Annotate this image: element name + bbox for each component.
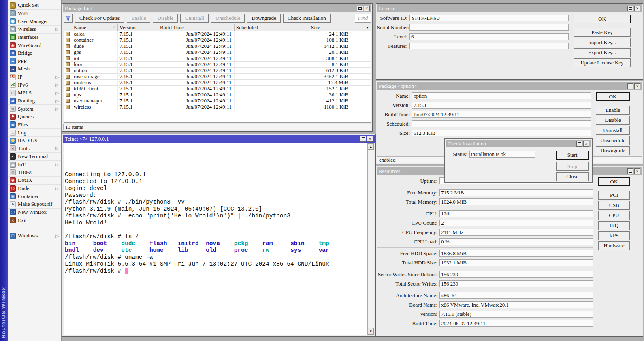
sidebar-item[interactable]: ☻ User Manager ▷ — [8, 17, 61, 26]
action-button[interactable]: CPU — [598, 211, 630, 220]
package-row[interactable]: iot 7.15.1 Jun/07/2024 12:49:11 388.1 Ki… — [64, 55, 371, 62]
field-input[interactable]: 1836.8 MiB — [439, 250, 593, 257]
sidebar-item[interactable]: × Tools ▷ — [8, 145, 61, 153]
sidebar-item[interactable]: ▣ Files ▷ — [8, 121, 61, 129]
action-button[interactable]: USB — [598, 201, 630, 210]
sidebar-item[interactable]: v6 IPv6 ▷ — [8, 81, 61, 89]
action-button[interactable]: Unschedule — [596, 136, 630, 145]
action-button[interactable]: Paste Key — [574, 28, 631, 37]
package-row[interactable]: gps 7.15.1 Jun/07/2024 12:49:11 20.1 KiB — [64, 49, 371, 55]
action-button[interactable]: OK — [596, 92, 630, 101]
package-row[interactable]: tr069-client 7.15.1 Jun/07/2024 12:49:11… — [64, 86, 371, 92]
sidebar-item[interactable]: ⚙ System ▷ — [8, 105, 61, 113]
toolbar-button[interactable]: Disable — [153, 14, 178, 23]
column-header-build-time[interactable]: Build Time — [158, 24, 235, 31]
action-button[interactable]: Import Key... — [574, 38, 631, 47]
package-list-titlebar[interactable]: Package List × — [63, 4, 371, 12]
field-input[interactable]: 156 239 — [439, 271, 593, 278]
sidebar-item[interactable]: Ψ Wireless ▷ — [8, 26, 61, 34]
close-button[interactable]: × — [634, 6, 640, 11]
maximize-button[interactable] — [627, 168, 633, 174]
package-row[interactable]: user-manager 7.15.1 Jun/07/2024 12:49:11… — [64, 98, 371, 104]
field-input[interactable]: 7.15.1 — [412, 102, 591, 109]
field-input[interactable]: 2024-06-07 12:49:11 — [439, 320, 593, 327]
license-titlebar[interactable]: License × — [377, 4, 642, 12]
toolbar-button[interactable]: Unschedule — [211, 14, 245, 23]
sidebar-item[interactable]: ⚙ TR069 ▷ — [8, 168, 61, 177]
sidebar-item[interactable]: ○ MPLS ▷ — [8, 89, 61, 97]
package-row[interactable]: rose-storage 7.15.1 Jun/07/2024 12:49:11… — [64, 74, 371, 80]
column-header-version[interactable]: Version — [118, 24, 158, 31]
close-button[interactable]: × — [634, 168, 640, 174]
action-button[interactable]: Enable — [596, 106, 630, 115]
action-button[interactable]: Start — [556, 151, 589, 160]
field-input[interactable]: x86 VMware, Inc. VMware20,1 — [439, 301, 593, 308]
action-button[interactable]: RPS — [598, 231, 630, 240]
sidebar-item[interactable]: ☺ Dude ▷ — [8, 185, 61, 193]
sidebar-item[interactable]: ☻ RADIUS ▷ — [8, 137, 61, 145]
toolbar-button[interactable]: Enable — [127, 14, 150, 23]
sidebar-item[interactable]: >_ New Terminal ▷ — [8, 153, 61, 161]
field-input[interactable]: Jun/07/2024 12:49:11 — [412, 111, 591, 118]
maximize-button[interactable] — [627, 6, 633, 11]
sidebar-item[interactable]: ◠ WiFi ▷ — [8, 10, 61, 18]
field-input[interactable]: 2111 MHz — [439, 229, 593, 236]
scroll-down-icon[interactable]: ▼ — [368, 328, 374, 335]
sidebar-item[interactable]: ☁ IoT ▷ — [8, 161, 61, 169]
action-button[interactable]: Update License Key — [574, 58, 631, 67]
maximize-button[interactable] — [627, 83, 633, 89]
sidebar-item[interactable]: ∴ Mesh ▷ — [8, 65, 61, 73]
telnet-titlebar[interactable]: Telnet <7> 127.0.0.1 × — [63, 135, 375, 143]
sidebar-item[interactable]: ◉ Dot1X ▷ — [8, 177, 61, 185]
status-value[interactable]: installation is ok — [469, 151, 535, 158]
field-input[interactable]: 715.2 MiB — [439, 189, 593, 196]
sidebar-item[interactable]: ≡ Log ▷ — [8, 129, 61, 137]
scroll-up-icon[interactable]: ▲ — [368, 143, 374, 150]
field-input[interactable]: 6 — [409, 33, 569, 40]
column-dropdown-button[interactable]: ▼ — [364, 24, 371, 31]
package-row[interactable]: routeros 7.15.1 Jun/07/2024 12:49:11 17.… — [64, 80, 371, 86]
terminal-output[interactable]: Connecting to 127.0.0.1Connected to 127.… — [64, 143, 367, 335]
field-input[interactable]: 12th — [439, 210, 593, 217]
icon-column-header[interactable] — [64, 24, 72, 31]
filter-button[interactable] — [64, 14, 73, 23]
sidebar-item[interactable]: ▦ Interfaces ▷ — [8, 34, 61, 42]
close-button[interactable]: × — [364, 6, 370, 11]
close-button[interactable]: × — [634, 83, 640, 89]
package-row[interactable]: container 7.15.1 Jun/07/2024 12:49:11 10… — [64, 37, 371, 43]
package-row[interactable]: ups 7.15.1 Jun/07/2024 12:49:11 36.1 KiB — [64, 92, 371, 98]
maximize-button[interactable] — [576, 141, 582, 147]
action-button[interactable]: Uninstall — [596, 126, 630, 135]
toolbar-button[interactable]: Uninstall — [180, 14, 209, 23]
find-input[interactable]: Find — [355, 14, 371, 23]
column-header-name[interactable]: Name / — [72, 24, 118, 31]
close-button[interactable]: × — [583, 141, 589, 147]
sidebar-item[interactable]: ⚑ Queues ▷ — [8, 113, 61, 121]
field-input[interactable]: option — [412, 92, 591, 99]
package-row[interactable]: option 7.15.1 Jun/07/2024 12:49:11 612.3… — [64, 68, 371, 74]
package-row[interactable]: wireless 7.15.1 Jun/07/2024 12:49:11 118… — [64, 104, 371, 110]
action-button[interactable]: Disable — [596, 116, 630, 125]
close-button[interactable]: × — [367, 136, 373, 142]
action-button[interactable]: OK — [598, 177, 630, 186]
action-button[interactable]: OK — [574, 15, 631, 23]
column-header-scheduled[interactable]: Scheduled — [235, 24, 309, 31]
field-input[interactable]: YFTK-EK6U — [409, 15, 569, 21]
sidebar-item[interactable]: ◉ WireGuard ▷ — [8, 41, 61, 49]
terminal-scrollbar[interactable]: ▲ ▼ — [367, 143, 374, 335]
action-button[interactable]: Downgrade — [596, 146, 630, 155]
sidebar-item[interactable]: ◯ New WinBox ▷ — [8, 209, 61, 217]
sidebar-item[interactable]: ✦ Quick Set ▷ — [8, 2, 61, 10]
field-input[interactable]: x86_64 — [439, 292, 593, 299]
toolbar-button[interactable]: Check Installation — [283, 14, 331, 23]
toolbar-button[interactable]: Check For Updates — [75, 14, 124, 23]
field-input[interactable]: 0 % — [439, 238, 593, 245]
field-input[interactable]: 156 239 — [439, 280, 593, 287]
sidebar-item[interactable]: ➤ Make Supout.rif ▷ — [8, 200, 61, 209]
sidebar-item[interactable]: + PPP ▷ — [8, 57, 61, 65]
action-button[interactable]: Close — [556, 172, 589, 181]
field-input[interactable] — [412, 120, 591, 127]
field-input[interactable]: 612.3 KiB — [412, 130, 591, 136]
action-button[interactable]: IRQ — [598, 221, 630, 230]
action-button[interactable]: Stop — [556, 162, 589, 171]
